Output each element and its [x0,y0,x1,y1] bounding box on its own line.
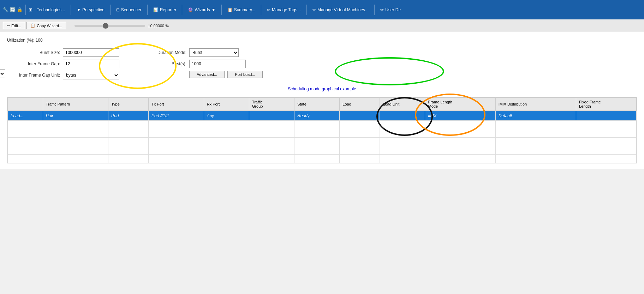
table-cell-type [108,129,148,138]
table-cell-tx_port [148,138,204,146]
col-header-state: State [294,98,340,111]
toolbar-sep-2 [71,5,71,15]
table-cell-state [294,138,340,146]
table-cell-load [340,155,380,163]
table-cell-rx_port: Any [204,111,249,121]
table-cell-col0 [8,138,43,146]
table-cell-traffic_pattern [43,146,108,155]
copy-wizard-label: Copy Wizard... [37,24,62,28]
manage-vms-label: Manage Virtual Machines... [317,7,369,12]
user-def-label: User De [385,7,401,12]
table-row[interactable]: to ad...PairPortPort //1/2AnyReadyiMIXDe… [8,111,637,121]
table-cell-frame_length_mode [425,129,495,138]
toolbar-sep-9 [374,5,375,15]
green-annotation-ellipse [335,57,444,85]
table-cell-tx_port [148,121,204,129]
buttons-row: Advanced... Port Load... [133,71,263,78]
duration-mode-select[interactable]: Burst Continuous Fixed [189,48,239,57]
reporter-button[interactable]: 📊 Reporter [150,6,179,14]
table-cell-col0 [8,146,43,155]
table-cell-load_unit [380,138,425,146]
perspective-button[interactable]: ▼ Perspective [74,6,107,14]
copy-wizard-icon: 📋 [30,23,35,28]
table-row[interactable] [8,138,637,146]
main-content: Utilization (%): 100 Burst Size: Inter F… [0,32,644,169]
table-row[interactable] [8,129,637,138]
bursts-input[interactable] [189,60,246,68]
col-header-traffic-group: TrafficGroup [249,98,294,111]
burst-size-label: Burst Size: [7,50,60,55]
table-cell-state: Ready [294,111,340,121]
table-row[interactable] [8,146,637,155]
table-cell-traffic_group [249,121,294,129]
edit-icon: ✏ [7,23,10,28]
table-cell-imix_distribution [495,121,576,129]
manage-vms-button[interactable]: ✏ Manage Virtual Machines... [310,6,371,14]
slider-track [74,25,145,27]
edit-label: Edit... [11,24,21,28]
manage-tags-button[interactable]: ✏ Manage Tags... [264,6,304,14]
table-cell-imix_distribution [495,138,576,146]
table-cell-fixed_frame_length [576,155,636,163]
table-cell-load_unit [380,129,425,138]
wizards-icon: 🔮 [188,7,193,12]
table-row[interactable] [8,155,637,163]
slider-thumb[interactable] [103,23,108,29]
summary-label: Summary... [234,7,255,12]
perspective-icon: ▼ [77,7,81,12]
table-cell-type [108,121,148,129]
bursts-label: B rst(s): [133,61,186,66]
table-cell-type [108,138,148,146]
edit-button[interactable]: ✏ Edit... [3,22,25,29]
slider-area: 10.00000 % [74,24,634,28]
form-left: Burst Size: Inter Frame Gap: Inter Frame… [7,48,119,79]
table-cell-col0: to ad... [8,111,43,121]
toolbar-sep-3 [110,5,111,15]
table-cell-load [340,146,380,155]
table-cell-imix_distribution [495,155,576,163]
scheduling-mode-link[interactable]: Scheduling mode graphical example [7,86,637,91]
port-load-button[interactable]: Port Load... [227,71,263,78]
table-row[interactable] [8,121,637,129]
inter-frame-gap-input[interactable] [63,60,119,68]
inter-frame-gap-unit-row: Inter Frame Gap Unit: bytes bits [7,71,119,79]
table-cell-col0 [8,121,43,129]
toolbar-sep-6 [221,5,222,15]
summary-button[interactable]: 📋 Summary... [225,6,258,14]
table-cell-load [340,138,380,146]
sequencer-icon: ⊟ [116,7,120,12]
sequencer-label: Sequencer [121,7,142,12]
table-cell-traffic_group [249,129,294,138]
table-cell-traffic_pattern [43,121,108,129]
table-body: to ad...PairPortPort //1/2AnyReadyiMIXDe… [8,111,637,163]
wizards-label: Wizards [195,7,210,12]
toolbar-sep-8 [306,5,307,15]
inter-frame-gap-unit-select[interactable]: bytes bits [63,71,119,79]
toolbar-sep-4 [147,5,148,15]
left-panel-select[interactable] [0,70,5,78]
technologies-button[interactable]: Technologies... [34,6,68,14]
table-cell-frame_length_mode [425,121,495,129]
burst-size-input[interactable] [63,48,119,57]
col-header-traffic-pattern: Traffic Pattern [43,98,108,111]
utilization-value: 100 [36,38,43,43]
copy-wizard-button[interactable]: 📋 Copy Wizard... [26,22,66,29]
wizards-dropdown-icon: ▼ [211,7,216,12]
user-def-icon: ✏ [380,7,384,12]
left-panel-dropdown [0,70,5,78]
toolbar-sep-1 [25,5,26,15]
user-def-button[interactable]: ✏ User De [377,6,404,14]
table-cell-load_unit [380,121,425,129]
table-cell-state [294,146,340,155]
table-cell-type [108,155,148,163]
table-cell-traffic_group [249,146,294,155]
inter-frame-gap-row: Inter Frame Gap: [7,60,119,68]
table-cell-traffic_pattern [43,155,108,163]
wizards-button[interactable]: 🔮 Wizards ▼ [185,6,218,14]
table-cell-fixed_frame_length [576,138,636,146]
traffic-table-element: Traffic Pattern Type Tx Port Rx Port Tra… [7,97,637,163]
bursts-row: B rst(s): [133,60,263,68]
advanced-button[interactable]: Advanced... [189,71,225,78]
table-cell-tx_port [148,155,204,163]
sequencer-button[interactable]: ⊟ Sequencer [113,6,144,14]
